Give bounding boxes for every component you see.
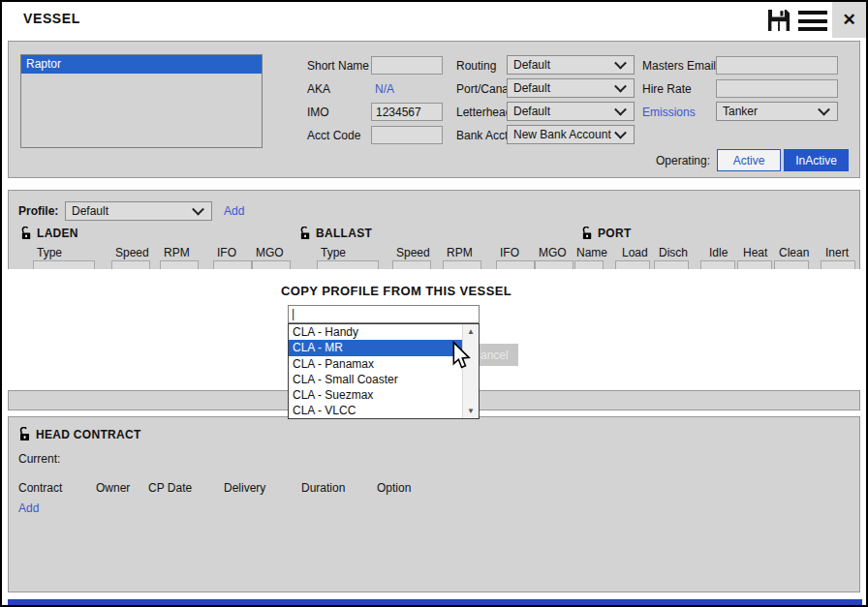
scroll-up-icon[interactable]: ▲	[463, 324, 479, 339]
hire-rate-label: Hire Rate	[642, 82, 692, 96]
chevron-down-icon	[192, 203, 204, 216]
page-title: VESSEL	[23, 11, 80, 26]
unlock-icon	[20, 227, 33, 240]
laden-section-header: LADEN	[20, 227, 78, 240]
chevron-down-icon	[614, 57, 627, 70]
port-canal-select-value: Default	[513, 81, 550, 95]
chevron-down-icon	[818, 104, 830, 116]
laden-col-rpm: RPM	[164, 246, 190, 259]
hc-col-owner: Owner	[96, 481, 130, 495]
head-contract-title: HEAD CONTRACT	[36, 428, 141, 441]
profile-label: Profile:	[18, 204, 58, 218]
dropdown-option[interactable]: CLA - VLCC	[289, 403, 463, 418]
laden-col-type: Type	[37, 246, 62, 259]
laden-col-ifo: IFO	[217, 246, 236, 259]
operating-label: Operating:	[656, 154, 710, 167]
operating-inactive-button[interactable]: InActive	[784, 149, 849, 171]
short-name-label: Short Name	[307, 59, 369, 73]
ballast-col-speed: Speed	[396, 246, 430, 259]
letterhead-label: Letterhead	[456, 106, 512, 119]
short-name-input[interactable]	[371, 56, 443, 75]
close-icon[interactable]: ✕	[832, 2, 866, 38]
save-icon[interactable]	[765, 7, 792, 34]
ballast-section-header: BALLAST	[299, 227, 372, 240]
port-col-clean: Clean	[779, 246, 809, 259]
routing-select[interactable]: Default	[507, 55, 635, 75]
emissions-label-link[interactable]: Emissions	[642, 106, 696, 119]
ballast-col-rpm: RPM	[447, 246, 473, 259]
dropdown-option[interactable]: CLA - Small Coaster	[289, 372, 463, 387]
hc-col-option: Option	[377, 481, 411, 495]
vessel-list-item-selected[interactable]: Raptor	[21, 55, 262, 74]
unlock-icon	[18, 427, 32, 441]
head-contract-panel: HEAD CONTRACT Current: Contract Owner CP…	[8, 416, 860, 592]
dropdown-option[interactable]: CLA - Suezmax	[289, 387, 463, 403]
copy-profile-search-input[interactable]: |	[288, 305, 480, 323]
hire-rate-input[interactable]	[716, 79, 838, 98]
masters-email-label: Masters Email	[642, 59, 716, 73]
port-col-idle: Idle	[709, 246, 728, 259]
head-contract-section-header: HEAD CONTRACT	[18, 427, 141, 441]
letterhead-select[interactable]: Default	[507, 102, 635, 121]
masters-email-input[interactable]	[716, 56, 838, 75]
imo-label: IMO	[307, 106, 329, 119]
head-contract-add-link[interactable]: Add	[18, 501, 39, 515]
port-canal-label: Port/Canal	[456, 82, 512, 96]
current-label: Current:	[18, 452, 60, 466]
port-col-name: Name	[576, 246, 607, 259]
routing-select-value: Default	[513, 58, 550, 72]
emissions-select[interactable]: Tanker	[716, 102, 838, 121]
dropdown-scrollbar[interactable]: ▲ ▼	[462, 324, 479, 418]
bottom-accent-bar	[8, 599, 862, 605]
hc-col-duration: Duration	[301, 481, 345, 495]
chevron-down-icon	[614, 127, 627, 139]
profile-select[interactable]: Default	[65, 201, 212, 221]
copy-profile-modal-title: COPY PROFILE FROM THIS VESSEL	[281, 284, 512, 298]
bank-acct-label: Bank Acct	[456, 129, 508, 142]
unlock-icon	[581, 227, 594, 240]
dropdown-option[interactable]: CLA - Panamax	[289, 356, 463, 372]
emissions-select-value: Tanker	[723, 105, 758, 118]
hamburger-menu-icon[interactable]	[798, 11, 827, 32]
hc-col-contract: Contract	[18, 481, 62, 495]
ballast-title: BALLAST	[316, 227, 372, 240]
laden-col-speed: Speed	[115, 246, 149, 259]
laden-title: LADEN	[37, 227, 78, 240]
acct-code-input[interactable]	[371, 126, 443, 144]
profile-options-dropdown: CLA - Handy CLA - MR CLA - Panamax CLA -…	[288, 323, 480, 419]
port-col-heat: Heat	[743, 246, 767, 259]
aka-label: AKA	[307, 82, 330, 96]
hc-col-cp-date: CP Date	[148, 481, 192, 495]
dropdown-option-selected[interactable]: CLA - MR	[289, 340, 463, 355]
hc-col-delivery: Delivery	[224, 481, 265, 495]
chevron-down-icon	[614, 80, 627, 93]
profile-select-value: Default	[72, 204, 108, 218]
dropdown-option[interactable]: CLA - Handy	[289, 324, 463, 340]
vessel-listbox[interactable]: Raptor	[20, 54, 263, 148]
port-canal-select[interactable]: Default	[507, 78, 635, 98]
vessel-info-panel: Raptor Short Name AKA N/A IMO Acct Code …	[8, 41, 860, 178]
port-col-inert: Inert	[825, 246, 849, 259]
port-title: PORT	[598, 227, 632, 240]
ballast-col-type: Type	[321, 246, 346, 259]
port-section-header: PORT	[581, 227, 632, 240]
profile-add-link[interactable]: Add	[224, 204, 244, 218]
acct-code-label: Acct Code	[307, 129, 360, 142]
scroll-down-icon[interactable]: ▼	[463, 404, 479, 418]
ballast-col-mgo: MGO	[539, 246, 567, 259]
letterhead-select-value: Default	[513, 105, 550, 118]
routing-label: Routing	[456, 59, 496, 73]
aka-value-link[interactable]: N/A	[375, 82, 394, 96]
bank-acct-select-value: New Bank Account	[513, 128, 611, 141]
operating-active-button[interactable]: Active	[717, 149, 781, 171]
chevron-down-icon	[614, 104, 627, 116]
laden-col-mgo: MGO	[256, 246, 284, 259]
vessel-window: VESSEL ✕ Raptor Short Name AKA N/A IMO A…	[0, 0, 868, 607]
port-col-load: Load	[622, 246, 648, 259]
unlock-icon	[299, 227, 312, 240]
ballast-col-ifo: IFO	[500, 246, 519, 259]
text-caret: |	[292, 307, 294, 320]
imo-input[interactable]	[371, 103, 443, 121]
bank-acct-select[interactable]: New Bank Account	[507, 125, 635, 144]
port-col-disch: Disch	[659, 246, 688, 259]
